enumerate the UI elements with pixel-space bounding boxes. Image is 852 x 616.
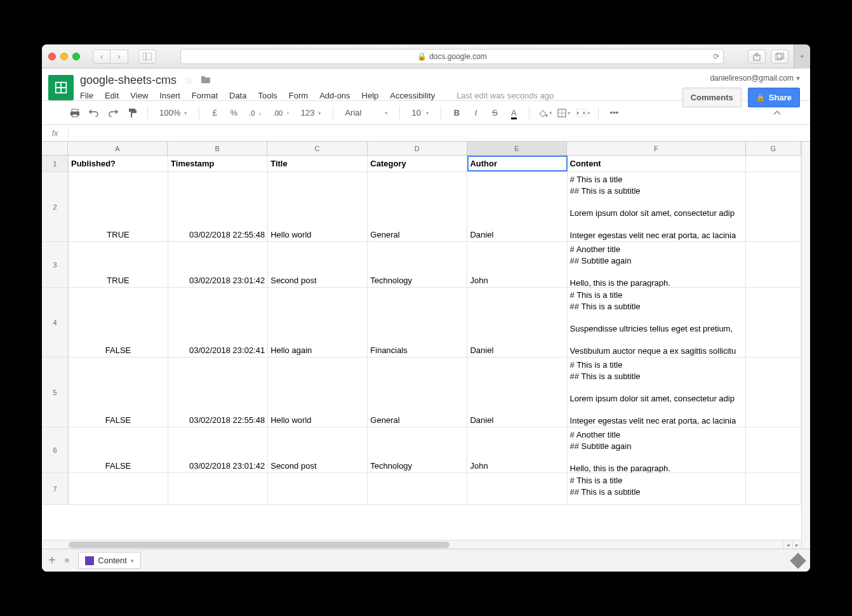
select-all-corner[interactable] — [42, 142, 68, 155]
sheets-logo-icon[interactable] — [48, 75, 74, 100]
menu-format[interactable]: Format — [192, 91, 218, 100]
user-email[interactable]: danielireson@gmail.com▾ — [682, 74, 800, 83]
menu-accessibility[interactable]: Accessibility — [390, 91, 435, 100]
cell[interactable]: Financials — [368, 288, 467, 357]
cell[interactable] — [746, 172, 801, 241]
cell[interactable] — [69, 473, 168, 504]
row-header[interactable]: 1 — [42, 156, 69, 171]
more-tools-button[interactable]: ••• — [606, 105, 622, 121]
refresh-icon[interactable]: ⟳ — [713, 52, 719, 61]
cell[interactable]: Daniel — [467, 172, 567, 241]
currency-format-button[interactable]: £ — [207, 105, 222, 121]
row-header[interactable]: 7 — [42, 473, 69, 504]
menu-help[interactable]: Help — [362, 91, 379, 100]
cell[interactable]: 03/02/2018 22:55:48 — [168, 172, 268, 241]
cell[interactable]: # This is a title ## This is a subtitle … — [568, 172, 746, 241]
fullscreen-window-button[interactable] — [72, 53, 80, 60]
menu-tools[interactable]: Tools — [258, 91, 277, 100]
cell[interactable] — [268, 473, 368, 504]
cell[interactable]: General — [368, 172, 467, 241]
column-header-B[interactable]: B — [168, 142, 267, 155]
bold-button[interactable]: B — [449, 105, 464, 121]
menu-data[interactable]: Data — [229, 91, 246, 100]
cell[interactable]: Title — [268, 156, 368, 171]
merge-cells-button[interactable]: ▾ — [575, 105, 590, 121]
menu-edit[interactable]: Edit — [105, 91, 119, 100]
tabs-icon[interactable] — [771, 50, 789, 64]
horizontal-scrollbar[interactable]: ◂ ▸ — [42, 540, 801, 549]
cell[interactable] — [746, 473, 801, 504]
cell[interactable]: Hello again — [268, 288, 368, 357]
cell[interactable]: Daniel — [467, 288, 567, 357]
zoom-select[interactable]: 100%▾ — [156, 108, 191, 117]
menu-form[interactable]: Form — [289, 91, 308, 100]
font-family-select[interactable]: Arial▾ — [341, 108, 392, 117]
share-button[interactable]: 🔒 Share — [748, 88, 800, 107]
explore-button[interactable] — [790, 552, 806, 568]
cell[interactable] — [746, 427, 801, 472]
cell[interactable]: John — [467, 427, 567, 472]
cell-selected[interactable]: Author — [467, 156, 567, 171]
cell[interactable]: 03/02/2018 23:01:42 — [168, 242, 268, 287]
row-header[interactable]: 3 — [42, 242, 69, 287]
cell[interactable]: Hello world — [268, 358, 368, 427]
cell[interactable]: Second post — [268, 242, 368, 287]
formula-bar[interactable]: fx — [42, 125, 810, 142]
share-page-icon[interactable] — [748, 50, 766, 64]
menu-view[interactable]: View — [130, 91, 148, 100]
cell[interactable] — [168, 473, 268, 504]
cell[interactable]: Technology — [368, 242, 467, 287]
cell[interactable]: Timestamp — [168, 156, 268, 171]
new-tab-button[interactable]: + — [794, 44, 810, 69]
cell[interactable]: Content — [568, 156, 746, 171]
print-icon[interactable] — [67, 105, 83, 121]
column-header-F[interactable]: F — [567, 142, 746, 155]
all-sheets-button[interactable]: ≡ — [65, 556, 70, 565]
cell[interactable]: FALSE — [69, 358, 168, 427]
star-icon[interactable]: ☆ — [184, 74, 193, 86]
text-color-button[interactable]: A — [506, 105, 521, 121]
row-header[interactable]: 4 — [42, 288, 69, 357]
increase-decimal-button[interactable]: .00↑ — [269, 109, 293, 117]
cell[interactable] — [467, 473, 567, 504]
cell[interactable]: FALSE — [69, 427, 168, 472]
row-header[interactable]: 6 — [42, 427, 69, 472]
cell[interactable] — [746, 242, 801, 287]
redo-icon[interactable] — [105, 105, 121, 121]
cell[interactable]: Daniel — [467, 358, 567, 427]
borders-button[interactable]: ▾ — [556, 105, 571, 121]
cell[interactable]: Hello world — [268, 172, 368, 241]
fill-color-button[interactable]: ▾ — [537, 105, 552, 121]
undo-icon[interactable] — [86, 105, 102, 121]
menu-add-ons[interactable]: Add-ons — [319, 91, 350, 100]
cell[interactable] — [368, 473, 467, 504]
sheet-tab[interactable]: Content ▾ — [78, 552, 141, 569]
font-size-select[interactable]: 10▾ — [408, 108, 433, 117]
cell[interactable]: FALSE — [69, 288, 168, 357]
cell[interactable] — [746, 358, 801, 427]
cell[interactable] — [746, 156, 801, 171]
cell[interactable]: # This is a title ## This is a subtitle — [568, 473, 746, 504]
row-header[interactable]: 2 — [42, 172, 69, 241]
cell[interactable]: # Another title ## Subtitle again Hello,… — [568, 427, 746, 472]
comments-button[interactable]: Comments — [682, 88, 742, 107]
back-button[interactable]: ‹ — [93, 50, 110, 64]
column-header-D[interactable]: D — [368, 142, 467, 155]
percent-format-button[interactable]: % — [226, 105, 241, 121]
scroll-left-icon[interactable]: ◂ — [783, 540, 792, 549]
column-header-A[interactable]: A — [68, 142, 168, 155]
cell[interactable]: Second post — [268, 427, 368, 472]
folder-icon[interactable] — [201, 75, 211, 86]
cell[interactable]: Published? — [69, 156, 168, 171]
collapse-toolbar-icon[interactable] — [769, 105, 785, 121]
column-header-G[interactable]: G — [746, 142, 801, 155]
menu-file[interactable]: File — [80, 91, 93, 100]
chevron-down-icon[interactable]: ▾ — [131, 558, 134, 564]
add-sheet-button[interactable]: + — [48, 553, 56, 568]
cell[interactable]: Technology — [368, 427, 467, 472]
document-title[interactable]: google-sheets-cms — [80, 74, 176, 87]
minimize-window-button[interactable] — [60, 53, 68, 60]
cell[interactable]: TRUE — [69, 242, 168, 287]
cell[interactable]: # This is a title ## This is a subtitle … — [568, 288, 746, 357]
italic-button[interactable]: I — [468, 105, 483, 121]
